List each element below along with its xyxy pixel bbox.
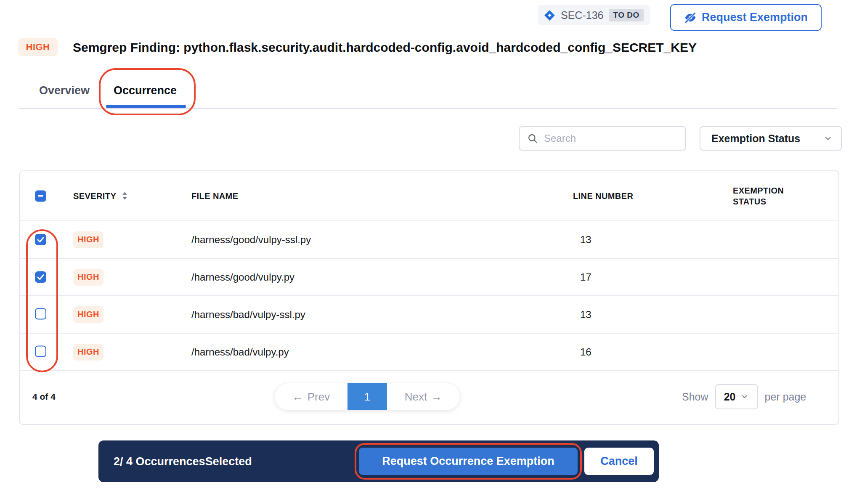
row-checkbox[interactable] [35, 308, 46, 319]
file-name-cell: /harness/bad/vulpy.py [191, 346, 289, 358]
tab-occurrence[interactable]: Occurrence [114, 84, 177, 97]
row-checkbox[interactable] [35, 271, 46, 283]
arrow-right-icon: → [431, 390, 442, 403]
page-size-control: Show 20 per page [682, 384, 806, 409]
next-page-button[interactable]: Next → [387, 383, 460, 410]
search-icon [527, 133, 538, 144]
chevron-down-icon [740, 393, 749, 401]
arrow-left-icon: ← [292, 390, 303, 403]
cancel-button[interactable]: Cancel [584, 448, 654, 475]
row-checkbox[interactable] [35, 234, 46, 245]
column-header-line-number: LINE NUMBER [573, 191, 633, 201]
prev-page-button[interactable]: ← Prev [275, 383, 347, 410]
line-number-cell: 17 [580, 271, 591, 283]
jira-issue-chip[interactable]: SEC-136 TO DO [538, 5, 650, 25]
table-header-row: SEVERITY FILE NAME LINE NUMBER EXEMPTION… [20, 171, 838, 221]
exemption-status-filter[interactable]: Exemption Status [700, 126, 842, 151]
page-size-value: 20 [724, 391, 736, 403]
finding-details-page: SEC-136 TO DO Request Exemption HIGH Sem… [0, 0, 854, 504]
severity-badge: HIGH [73, 306, 103, 323]
column-header-exemption-status: EXEMPTION STATUS [733, 185, 802, 207]
line-number-cell: 13 [580, 234, 591, 246]
tabs-divider [19, 108, 837, 109]
table-row[interactable]: HIGH /harness/bad/vulpy-ssl.py 13 [20, 296, 838, 334]
selection-action-bar: 2/ 4 OccurrencesSelected Request Occurre… [98, 440, 659, 482]
severity-badge: HIGH [73, 231, 103, 248]
finding-severity-badge: HIGH [18, 38, 58, 56]
table-row[interactable]: HIGH /harness/good/vulpy.py 17 [20, 259, 838, 296]
column-header-severity: SEVERITY [73, 191, 116, 201]
column-header-file-name: FILE NAME [191, 191, 238, 201]
request-occurrence-exemption-button[interactable]: Request Occurrence Exemption [359, 448, 578, 475]
file-name-cell: /harness/good/vulpy-ssl.py [191, 234, 311, 246]
page-title: Semgrep Finding: python.flask.security.a… [73, 40, 697, 55]
severity-badge: HIGH [73, 269, 103, 286]
jira-status-badge: TO DO [609, 9, 643, 21]
per-page-label: per page [765, 391, 806, 403]
row-checkbox[interactable] [35, 345, 46, 357]
show-label: Show [682, 391, 708, 403]
current-page-button[interactable]: 1 [347, 383, 387, 410]
file-name-cell: /harness/bad/vulpy-ssl.py [191, 309, 305, 321]
table-row[interactable]: HIGH /harness/bad/vulpy.py 16 [20, 334, 838, 371]
table-row[interactable]: HIGH /harness/good/vulpy-ssl.py 13 [20, 221, 838, 259]
exemption-status-filter-label: Exemption Status [711, 133, 800, 145]
search-input[interactable] [544, 133, 678, 144]
table-footer: 4 of 4 ← Prev 1 Next → Show 20 [20, 371, 838, 422]
pagination: ← Prev 1 Next → [274, 383, 460, 411]
eye-slash-icon [684, 11, 697, 24]
chevron-down-icon [823, 134, 833, 143]
line-number-cell: 16 [580, 346, 591, 358]
jira-issue-key: SEC-136 [561, 9, 603, 21]
table-body: HIGH /harness/good/vulpy-ssl.py 13 HIGH … [20, 221, 838, 371]
occurrences-table: SEVERITY FILE NAME LINE NUMBER EXEMPTION… [19, 170, 839, 425]
row-count: 4 of 4 [32, 392, 56, 402]
next-label: Next [405, 390, 427, 403]
search-box [519, 126, 686, 151]
select-all-checkbox[interactable] [35, 190, 46, 202]
page-size-select[interactable]: 20 [715, 384, 758, 409]
jira-icon [544, 10, 555, 21]
request-exemption-label: Request Exemption [702, 11, 808, 24]
prev-label: Prev [308, 390, 330, 403]
line-number-cell: 13 [580, 309, 591, 321]
file-name-cell: /harness/good/vulpy.py [191, 271, 294, 283]
sort-icon[interactable] [122, 192, 127, 200]
selection-count-text: 2/ 4 OccurrencesSelected [114, 455, 252, 468]
tab-overview[interactable]: Overview [39, 84, 90, 97]
severity-badge: HIGH [73, 344, 103, 361]
request-exemption-button[interactable]: Request Exemption [670, 4, 822, 31]
